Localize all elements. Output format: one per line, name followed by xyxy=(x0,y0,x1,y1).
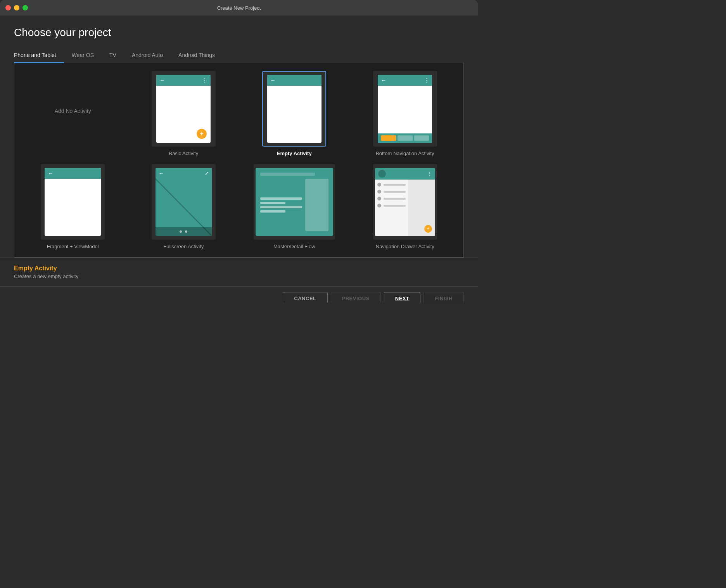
phone-header: ← ⋮ xyxy=(156,75,211,86)
maximize-button[interactable] xyxy=(22,5,28,10)
nd-dot-1 xyxy=(377,183,381,187)
nav-drawer-mock: ⋮ xyxy=(375,168,435,236)
cancel-button[interactable]: CANCEL xyxy=(283,292,327,303)
empty-activity-mock: ← xyxy=(267,75,322,143)
activity-item-bottom-nav[interactable]: ← ⋮ Bottom Navigation Activity xyxy=(354,71,456,156)
bottom-nav-preview: ← ⋮ xyxy=(373,71,437,147)
no-activity-label: Add No Activity xyxy=(55,108,91,114)
tab-bar: Phone and Tablet Wear OS TV Android Auto… xyxy=(14,48,464,63)
bottom-nav-bar xyxy=(378,133,432,143)
close-button[interactable] xyxy=(5,5,11,10)
fragment-body xyxy=(45,179,101,236)
nd-dot-4 xyxy=(377,204,381,208)
back-arrow-icon: ← xyxy=(159,77,165,83)
md-list xyxy=(260,179,302,231)
tab-android-things[interactable]: Android Things xyxy=(171,48,223,63)
selected-activity-title: Empty Activity xyxy=(14,265,464,272)
window-controls xyxy=(5,5,28,10)
fullscreen-preview: ← ⤢ xyxy=(152,164,216,240)
selected-activity-description: Creates a new empty activity xyxy=(14,273,464,279)
empty-phone-body xyxy=(267,86,322,143)
empty-activity-preview: ← xyxy=(262,71,326,147)
nd-body: + xyxy=(375,180,435,236)
dot-1 xyxy=(180,230,182,233)
nd-menu-icon: ⋮ xyxy=(427,171,432,176)
activity-item-empty[interactable]: ← Empty Activity xyxy=(244,71,345,156)
fragment-header: ← xyxy=(45,168,101,179)
md-line-1 xyxy=(260,197,302,200)
bottom-nav-back-icon: ← xyxy=(381,77,386,83)
fragment-preview: ← xyxy=(41,164,105,240)
next-button[interactable]: NEXT xyxy=(384,292,421,303)
activity-item-nav-drawer[interactable]: ⋮ xyxy=(354,164,456,249)
empty-activity-label: Empty Activity xyxy=(277,150,312,156)
next-button-label: NEXT xyxy=(395,296,410,301)
master-detail-label: Master/Detail Flow xyxy=(273,244,315,249)
empty-phone-header: ← xyxy=(267,75,322,86)
basic-activity-mock: ← ⋮ + xyxy=(156,75,211,143)
window-title: Create New Project xyxy=(217,5,261,11)
md-title-line xyxy=(260,173,315,176)
tab-android-auto[interactable]: Android Auto xyxy=(124,48,171,63)
basic-activity-preview: ← ⋮ + xyxy=(152,71,216,147)
main-content: Choose your project Phone and Tablet Wea… xyxy=(0,16,478,258)
md-content xyxy=(260,179,328,231)
bottom-nav-menu-icon: ⋮ xyxy=(424,78,429,83)
finish-button[interactable]: FINISH xyxy=(424,292,464,303)
bottom-nav-item-3 xyxy=(414,135,429,141)
footer: CANCEL PREVIOUS NEXT FINISH xyxy=(0,286,478,303)
tab-wear-os[interactable]: Wear OS xyxy=(64,48,102,63)
nd-item-4 xyxy=(377,204,406,208)
md-detail xyxy=(305,179,328,231)
nav-drawer-preview: ⋮ xyxy=(373,164,437,240)
activity-item-fragment[interactable]: ← Fragment + ViewModel xyxy=(22,164,124,249)
master-detail-preview xyxy=(254,164,335,240)
nd-line-3 xyxy=(384,198,406,200)
nd-line-2 xyxy=(384,191,406,193)
fragment-mock: ← xyxy=(45,168,101,236)
phone-body: + xyxy=(156,86,211,143)
fragment-label: Fragment + ViewModel xyxy=(47,244,99,249)
activity-item-master-detail[interactable]: Master/Detail Flow xyxy=(244,164,345,249)
fragment-back-icon: ← xyxy=(48,170,53,176)
nd-header: ⋮ xyxy=(375,168,435,180)
activity-item-fullscreen[interactable]: ← ⤢ Fullscreen Activity xyxy=(133,164,235,249)
no-activity-preview: Add No Activity xyxy=(55,71,91,147)
activity-item-basic[interactable]: ← ⋮ + Basic Activity xyxy=(133,71,235,156)
nd-dot-3 xyxy=(377,197,381,201)
minimize-button[interactable] xyxy=(14,5,19,10)
basic-activity-label: Basic Activity xyxy=(169,150,198,156)
activities-grid: Add No Activity ← ⋮ + Basic xyxy=(22,71,456,249)
activity-grid-container: Add No Activity ← ⋮ + Basic xyxy=(14,63,464,258)
bottom-nav-label: Bottom Navigation Activity xyxy=(376,150,434,156)
nd-line-4 xyxy=(384,205,406,207)
fullscreen-diagonal-svg xyxy=(156,168,212,236)
bottom-nav-header: ← ⋮ xyxy=(378,75,432,86)
nd-main-area: + xyxy=(408,180,435,236)
fullscreen-label: Fullscreen Activity xyxy=(163,244,204,249)
nav-drawer-label: Navigation Drawer Activity xyxy=(376,244,434,249)
nd-item-1 xyxy=(377,183,406,187)
menu-dots-icon: ⋮ xyxy=(202,78,207,83)
nd-line-1 xyxy=(384,184,406,186)
previous-button[interactable]: PREVIOUS xyxy=(331,292,381,303)
bottom-nav-item-1 xyxy=(381,135,396,141)
fullscreen-bottom-bar xyxy=(156,227,212,236)
nd-item-3 xyxy=(377,197,406,201)
fullscreen-mock: ← ⤢ xyxy=(156,168,212,236)
bottom-nav-item-2 xyxy=(398,135,413,141)
nd-fab: + xyxy=(424,225,432,233)
titlebar: Create New Project xyxy=(0,0,478,16)
nd-item-2 xyxy=(377,190,406,194)
tab-tv[interactable]: TV xyxy=(102,48,124,63)
bottom-nav-mock: ← ⋮ xyxy=(378,75,432,143)
master-detail-mock xyxy=(256,168,333,236)
nd-avatar xyxy=(378,170,386,178)
dot-2 xyxy=(185,230,187,233)
tab-phone-tablet[interactable]: Phone and Tablet xyxy=(14,48,64,63)
activity-item-no-activity[interactable]: Add No Activity xyxy=(22,71,124,156)
empty-back-arrow-icon: ← xyxy=(270,77,276,83)
nd-drawer xyxy=(375,180,408,236)
md-line-3 xyxy=(260,206,302,208)
nd-dot-2 xyxy=(377,190,381,194)
